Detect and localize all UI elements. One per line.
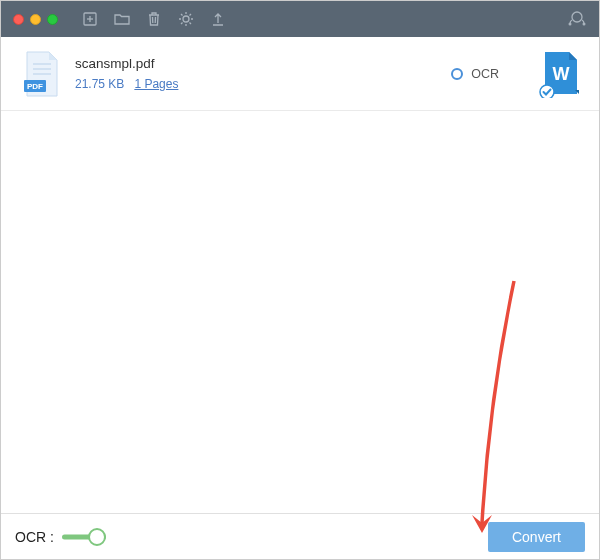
settings-button[interactable]: [172, 5, 200, 33]
close-window-button[interactable]: [13, 14, 24, 25]
word-file-icon: W: [539, 50, 581, 98]
toggle-knob: [88, 528, 106, 546]
svg-point-3: [183, 16, 189, 22]
open-folder-button[interactable]: [108, 5, 136, 33]
svg-point-6: [583, 23, 586, 26]
svg-text:W: W: [553, 64, 570, 84]
add-file-icon: [81, 10, 99, 28]
file-pages-link[interactable]: 1 Pages: [134, 77, 178, 91]
file-meta: 21.75 KB 1 Pages: [75, 77, 451, 91]
window-controls: [13, 14, 58, 25]
ocr-option[interactable]: OCR: [451, 67, 499, 81]
ocr-toggle-label: OCR :: [15, 529, 54, 545]
minimize-window-button[interactable]: [30, 14, 41, 25]
delete-button[interactable]: [140, 5, 168, 33]
folder-icon: [113, 10, 131, 28]
gear-icon: [177, 10, 195, 28]
footer-bar: OCR : Convert: [1, 513, 599, 559]
svg-point-5: [569, 23, 572, 26]
titlebar: [1, 1, 599, 37]
support-icon: [567, 9, 587, 29]
arrow-annotation: [454, 271, 534, 551]
ocr-radio-icon: [451, 68, 463, 80]
file-item-row[interactable]: PDF scansmpl.pdf 21.75 KB 1 Pages OCR W: [1, 37, 599, 111]
titlebar-left: [9, 5, 236, 33]
svg-point-4: [572, 12, 582, 22]
maximize-window-button[interactable]: [47, 14, 58, 25]
support-button[interactable]: [563, 5, 591, 33]
svg-point-13: [540, 85, 554, 98]
pdf-file-icon: PDF: [23, 50, 61, 98]
file-size: 21.75 KB: [75, 77, 124, 91]
upload-icon: [209, 10, 227, 28]
file-info: scansmpl.pdf 21.75 KB 1 Pages: [75, 56, 451, 91]
file-name: scansmpl.pdf: [75, 56, 451, 71]
ocr-toggle[interactable]: [62, 529, 106, 545]
file-list-area: [1, 111, 599, 513]
ocr-option-label: OCR: [471, 67, 499, 81]
convert-button[interactable]: Convert: [488, 522, 585, 552]
export-button[interactable]: [204, 5, 232, 33]
app-window: PDF scansmpl.pdf 21.75 KB 1 Pages OCR W: [0, 0, 600, 560]
svg-text:PDF: PDF: [27, 82, 43, 91]
target-format-button[interactable]: W: [539, 50, 581, 98]
footer-ocr-group: OCR :: [15, 529, 106, 545]
add-file-button[interactable]: [76, 5, 104, 33]
trash-icon: [145, 10, 163, 28]
